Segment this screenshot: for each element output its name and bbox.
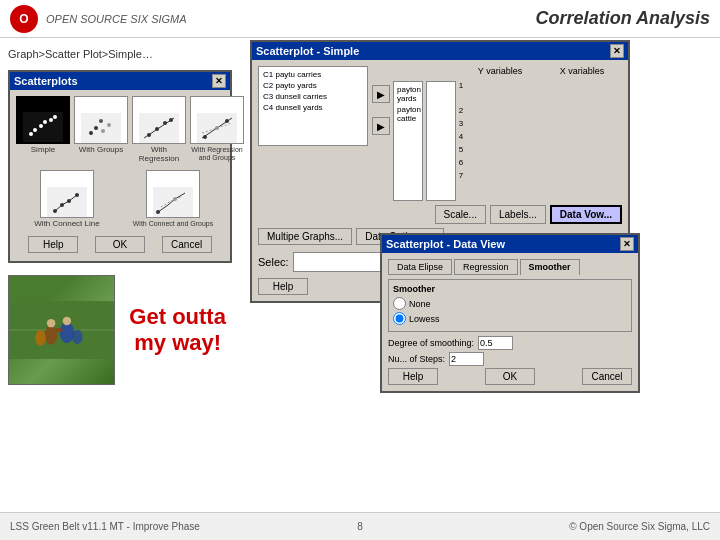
svg-point-15 [147,133,151,137]
scatter-item-simple[interactable] [16,96,70,144]
sp-simple-title: Scatterplot - Simple [256,45,359,57]
sp-dataview-dialog: Scatterplot - Data View ✕ Data Elipse Re… [380,233,640,393]
svg-point-5 [49,118,53,122]
var-boxes-row: ▶ ▶ payton yards payton cattle [372,81,622,201]
y-var-arrow[interactable]: ▶ [372,85,390,103]
svg-point-29 [75,193,79,197]
var-boxes: payton yards payton cattle [393,81,456,201]
scatter-item-regression-groups[interactable] [190,96,244,144]
scatter-item-regression[interactable] [132,96,186,144]
radio-none[interactable] [393,297,406,310]
tab-data-elipse[interactable]: Data Elipse [388,259,452,275]
radio-lowess[interactable] [393,312,406,325]
scatter-item-connect[interactable] [40,170,94,218]
sp-list-item-2[interactable]: C2 payto yards [261,80,365,91]
radio-lowess-row: Lowess [393,312,627,325]
svg-point-35 [45,326,58,345]
x-variable-box[interactable] [426,81,456,201]
svg-point-24 [225,119,229,123]
scatter-grid-bottom: With Connect Line [16,170,224,229]
brand-text: OPEN SOURCE SIX SIGMA [46,13,536,25]
logo: O [10,5,38,33]
svg-point-18 [169,118,173,122]
radio-none-label: None [409,299,431,309]
scatterplots-title: Scatterplots [14,75,78,87]
sp-dataview-close-button[interactable]: ✕ [620,237,634,251]
svg-point-39 [35,330,46,346]
x-var-arrow[interactable]: ▶ [372,117,390,135]
sp-multiple-button[interactable]: Multipe Graphs... [258,228,352,245]
y-variable-box[interactable]: payton yards payton cattle [393,81,423,201]
scatterplots-ok-button[interactable]: OK [95,236,145,253]
sp-list-item-4[interactable]: C4 dunsell yards [261,102,365,113]
svg-point-38 [63,317,71,325]
sp-vars-area: Y variables X variables ▶ ▶ payton yards [372,66,622,201]
logo-text: O [19,12,28,26]
sp-simple-titlebar: Scatterplot - Simple ✕ [252,42,628,60]
sp-dataview-content: Data Elipse Regression Smoother Smoother… [382,253,638,391]
graph-menu-label: Graph>Scatter Plot>Simple… [8,46,232,62]
svg-point-32 [173,197,177,201]
scatter-label-groups: With Groups [79,146,123,155]
y-var-header: Y variables [460,66,540,76]
sp-labels-button[interactable]: Labels... [490,205,546,224]
svg-rect-0 [23,112,63,142]
svg-point-17 [163,121,167,125]
sp-dv-cancel-button[interactable]: Cancel [582,368,632,385]
sp-dv-tabs: Data Elipse Regression Smoother [388,259,632,275]
svg-point-1 [29,132,33,136]
degree-input[interactable] [478,336,513,350]
arrow-buttons: ▶ ▶ [372,81,390,135]
main-content: Graph>Scatter Plot>Simple… Scatterplots … [0,38,720,512]
tab-regression[interactable]: Regression [454,259,518,275]
svg-point-16 [155,127,159,131]
sp-dv-footer: Help OK Cancel [388,368,632,385]
scatterplots-buttons: Help OK Cancel [16,234,224,255]
scatterplots-cancel-button[interactable]: Cancel [162,236,212,253]
svg-point-36 [47,319,55,327]
smoother-section: Smoother None Lowess [388,279,632,332]
scatterplots-help-button[interactable]: Help [28,236,78,253]
scatter-label-regression-groups: With Regression and Groups [190,146,244,161]
sp-select-label: Selec: [258,256,289,268]
svg-point-4 [43,120,47,124]
svg-rect-7 [81,113,121,143]
sp-dv-ok-button[interactable]: OK [485,368,535,385]
scatterplots-titlebar: Scatterplots ✕ [10,72,230,90]
football-caption: Get outta my way! [123,300,232,361]
left-panel: Graph>Scatter Plot>Simple… Scatterplots … [0,38,240,512]
svg-point-12 [99,119,103,123]
scatter-label-connect: With Connect Line [34,220,99,229]
sp-variable-list[interactable]: C1 paytu carries C2 payto yards C3 dunse… [258,66,368,146]
col-headers: Y variables X variables [372,66,622,76]
svg-point-10 [101,129,105,133]
footer-left: LSS Green Belt v11.1 MT - Improve Phase [10,521,200,532]
sp-dataview-title: Scatterplot - Data View [386,238,505,250]
sp-dataview-button[interactable]: Data Vow... [550,205,622,224]
svg-point-40 [72,330,83,345]
sp-dv-help-button[interactable]: Help [388,368,438,385]
scatterplots-close-button[interactable]: ✕ [212,74,226,88]
svg-point-31 [156,210,160,214]
tab-smoother[interactable]: Smoother [520,259,580,275]
sp-simple-close-button[interactable]: ✕ [610,44,624,58]
sp-scale-button[interactable]: Scale... [435,205,486,224]
sp-help-button[interactable]: Help [258,278,308,295]
steps-input[interactable] [449,352,484,366]
svg-point-11 [107,123,111,127]
scatter-item-groups[interactable] [74,96,128,144]
svg-point-9 [94,126,98,130]
steps-label: Nu... of Steps: [388,354,445,364]
row-labels: 1 2 3 4 5 6 7 [459,81,463,180]
sp-dataview-titlebar: Scatterplot - Data View ✕ [382,235,638,253]
scatter-item-connect-groups[interactable] [146,170,200,218]
scatter-label-simple: Simple [31,146,55,155]
sp-simple-top: C1 paytu carries C2 payto yards C3 dunse… [258,66,622,201]
footer-page-number: 8 [357,521,363,532]
right-panel: Scatterplot - Simple ✕ C1 paytu carries … [240,38,720,512]
sp-list-item-1[interactable]: C1 paytu carries [261,69,365,80]
scatter-label-connect-groups: With Connect and Groups [133,220,214,228]
smoother-title: Smoother [393,284,627,294]
sp-list-item-3[interactable]: C3 dunsell carries [261,91,365,102]
scatterplots-dialog: Scatterplots ✕ [8,70,232,263]
